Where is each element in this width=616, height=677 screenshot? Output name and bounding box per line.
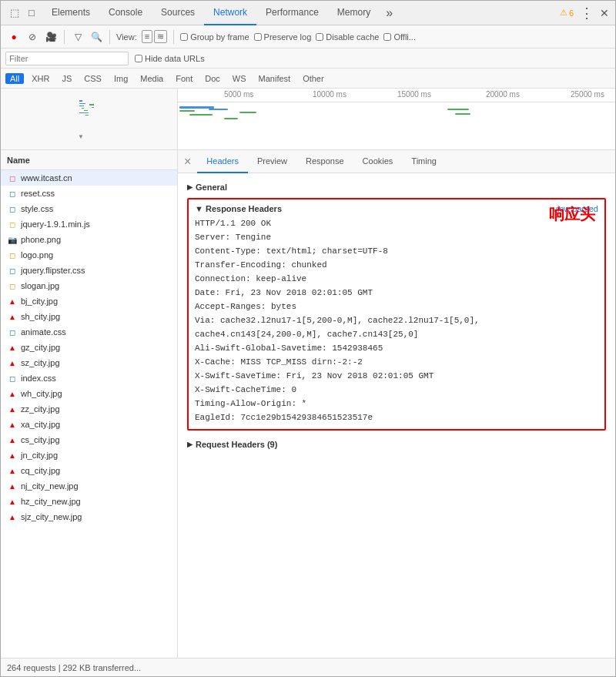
header-line-2: Content-Type: text/html; charset=UTF-8: [195, 244, 598, 258]
menu-dots[interactable]: ⋮: [577, 5, 597, 22]
header-line-12: X-Swift-CacheTime: 0: [195, 383, 598, 397]
filter-input[interactable]: [5, 52, 129, 65]
tab-console[interactable]: Console: [99, 1, 152, 25]
file-item-8[interactable]: ▲ bj_city.jpg: [1, 293, 177, 309]
tab-sources[interactable]: Sources: [152, 1, 204, 25]
group-by-frame-checkbox[interactable]: [180, 33, 188, 41]
file-item-11[interactable]: ▲ gz_city.jpg: [1, 340, 177, 355]
file-item-13[interactable]: ◻ index.css: [1, 370, 177, 386]
file-item-10[interactable]: ◻ animate.css: [1, 324, 177, 340]
tab-performance[interactable]: Performance: [256, 1, 328, 25]
search-button[interactable]: 🔍: [89, 30, 103, 44]
detail-tab-cookies[interactable]: Cookies: [353, 150, 403, 173]
type-doc-button[interactable]: Doc: [200, 73, 225, 84]
offline-label[interactable]: Offli...: [383, 32, 416, 42]
type-other-button[interactable]: Other: [298, 73, 329, 84]
device-icon[interactable]: □: [24, 5, 39, 21]
filter-button[interactable]: ▽: [71, 30, 85, 44]
preserve-log-checkbox[interactable]: [254, 33, 262, 41]
file-item-20[interactable]: ▲ nj_city_new.jpg: [1, 478, 177, 494]
file-item-12[interactable]: ▲ sz_city.jpg: [1, 355, 177, 370]
file-name-1: reset.css: [21, 189, 55, 198]
detail-tab-preview[interactable]: Preview: [248, 150, 296, 173]
file-item-7[interactable]: ◻ slogan.jpg: [1, 278, 177, 293]
js-icon-3: ◻: [7, 219, 18, 230]
header-line-5: Date: Fri, 23 Nov 2018 02:01:05 GMT: [195, 286, 598, 300]
tab-network[interactable]: Network: [204, 1, 256, 25]
timeline-ruler: 5000 ms 10000 ms 15000 ms 20000 ms 25000…: [178, 89, 615, 102]
file-name-22: sjz_city_new.jpg: [21, 512, 82, 521]
file-name-9: sh_city.jpg: [21, 312, 60, 321]
header-line-0: HTTP/1.1 200 OK: [195, 216, 598, 230]
type-manifest-button[interactable]: Manifest: [254, 73, 296, 84]
file-item-22[interactable]: ▲ sjz_city_new.jpg: [1, 509, 177, 525]
offline-checkbox[interactable]: [383, 33, 391, 41]
file-item-0[interactable]: ◻ www.itcast.cn: [1, 170, 177, 186]
hide-data-urls-checkbox[interactable]: [135, 55, 142, 62]
img-red-icon-22: ▲: [7, 511, 18, 522]
more-tabs-button[interactable]: »: [380, 6, 399, 20]
img-red-icon-17: ▲: [7, 434, 18, 445]
file-item-3[interactable]: ◻ jquery-1.9.1.min.js: [1, 216, 177, 232]
type-ws-button[interactable]: WS: [228, 73, 251, 84]
img-red-icon-12: ▲: [7, 357, 18, 368]
close-devtools[interactable]: ✕: [597, 7, 612, 19]
request-headers-title[interactable]: ▶ Request Headers (9): [187, 437, 606, 452]
group-by-frame-text: Group by frame: [190, 32, 249, 42]
file-item-2[interactable]: ◻ style.css: [1, 201, 177, 216]
timeline-chart: [178, 102, 615, 149]
file-name-2: style.css: [21, 204, 53, 213]
file-item-17[interactable]: ▲ cs_city.jpg: [1, 432, 177, 447]
svg-rect-8: [92, 107, 94, 108]
file-item-1[interactable]: ◻ reset.css: [1, 186, 177, 201]
detail-tab-headers[interactable]: Headers: [197, 150, 248, 173]
list-view-icon[interactable]: ≡: [142, 30, 152, 43]
type-all-button[interactable]: All: [5, 73, 24, 84]
tab-elements[interactable]: Elements: [42, 1, 99, 25]
type-js-button[interactable]: JS: [57, 73, 76, 84]
file-item-4[interactable]: 📷 phone.png: [1, 232, 177, 247]
detail-close-button[interactable]: ×: [184, 155, 197, 169]
stop-button[interactable]: ⊘: [25, 30, 39, 44]
type-media-button[interactable]: Media: [136, 73, 168, 84]
header-line-7: Via: cache32.l2nu17-1[5,200-0,M], cache2…: [195, 313, 598, 327]
svg-rect-6: [85, 115, 89, 116]
tick-15000: 15000 ms: [397, 90, 431, 99]
disable-cache-label[interactable]: Disable cache: [316, 32, 379, 42]
type-font-button[interactable]: Font: [171, 73, 197, 84]
camera-button[interactable]: 🎥: [44, 30, 58, 44]
file-item-15[interactable]: ▲ zz_city.jpg: [1, 401, 177, 417]
preserve-log-label[interactable]: Preserve log: [254, 32, 312, 42]
waterfall-view-icon[interactable]: ≋: [154, 30, 167, 43]
tab-memory[interactable]: Memory: [328, 1, 380, 25]
file-item-18[interactable]: ▲ jn_city.jpg: [1, 447, 177, 463]
tick-25000: 25000 ms: [571, 90, 604, 99]
type-css-button[interactable]: CSS: [79, 73, 106, 84]
file-item-6[interactable]: ◻ jquery.flipster.css: [1, 263, 177, 278]
net-bar-6: [239, 112, 256, 113]
record-button[interactable]: ●: [7, 30, 21, 44]
file-item-16[interactable]: ▲ xa_city.jpg: [1, 417, 177, 432]
general-arrow: ▶: [187, 183, 192, 191]
general-section-title[interactable]: ▶ General: [187, 179, 606, 195]
file-item-5[interactable]: ◻ logo.png: [1, 247, 177, 263]
group-by-frame-label[interactable]: Group by frame: [180, 32, 249, 42]
tick-5000: 5000 ms: [224, 90, 253, 99]
type-img-button[interactable]: Img: [109, 73, 132, 84]
warning-badge[interactable]: ⚠ 6: [557, 8, 577, 18]
file-item-14[interactable]: ▲ wh_city.jpg: [1, 386, 177, 401]
file-list-header: Name: [1, 150, 177, 170]
file-item-19[interactable]: ▲ cq_city.jpg: [1, 463, 177, 478]
header-line-14: EagleId: 7cc1e29b15429384651523517e: [195, 411, 598, 424]
detail-tab-response[interactable]: Response: [296, 150, 353, 173]
hide-data-urls-label[interactable]: Hide data URLs: [135, 54, 205, 63]
inspect-icon[interactable]: ⬚: [7, 5, 22, 21]
file-name-14: wh_city.jpg: [21, 389, 62, 398]
detail-tab-timing[interactable]: Timing: [402, 150, 446, 173]
type-xhr-button[interactable]: XHR: [27, 73, 54, 84]
chinese-annotation: 响应头: [549, 204, 595, 225]
file-item-9[interactable]: ▲ sh_city.jpg: [1, 309, 177, 324]
net-bar-7: [447, 109, 469, 110]
file-item-21[interactable]: ▲ hz_city_new.jpg: [1, 494, 177, 509]
disable-cache-checkbox[interactable]: [316, 33, 323, 41]
